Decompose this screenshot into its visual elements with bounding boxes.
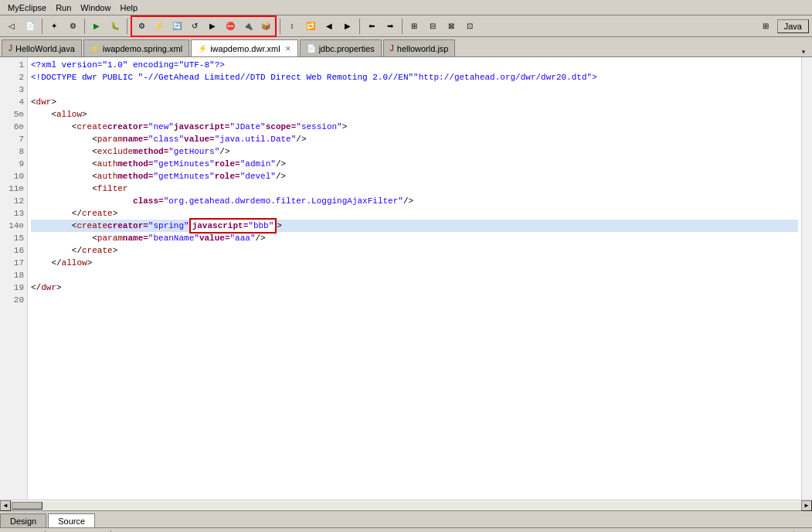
tab-icon-helloworld-jsp: J (390, 44, 394, 53)
toolbar-new-btn[interactable]: ✦ (46, 18, 63, 35)
line-num-12: 12 (3, 195, 24, 207)
toolbar-nav2[interactable]: ➡ (382, 18, 399, 35)
line-num-6: 6⊖ (3, 121, 24, 133)
toolbar-back-btn[interactable]: ◁ (3, 18, 20, 35)
bottom-tab-source[interactable]: Source (48, 513, 95, 527)
toolbar-red-4[interactable]: ↺ (186, 18, 203, 35)
line-num-14: 14⊖ (3, 220, 24, 232)
code-line-5: <allow> (31, 108, 798, 121)
tab-iwapspring[interactable]: ⚡ iwapdemo.spring.xml (83, 39, 189, 56)
line-num-13: 13 (3, 207, 24, 220)
horizontal-scrollbar[interactable]: ◀ ▶ (0, 500, 812, 510)
code-line-1: <?xml version="1.0" encoding="UTF-8"?> (31, 59, 798, 71)
line-num-2: 2 (3, 71, 24, 84)
bottom-tab-design[interactable]: Design (0, 513, 46, 527)
scroll-left-btn[interactable]: ◀ (0, 500, 11, 511)
tab-label-iwapspring: iwapdemo.spring.xml (103, 44, 182, 53)
code-line-17: </allow> (31, 257, 798, 269)
code-line-12: class="org.getahead.dwrdemo.filter.Loggi… (31, 195, 798, 207)
code-line-3 (31, 84, 798, 96)
toolbar-nav1[interactable]: ⬅ (363, 18, 380, 35)
toolbar-btn2[interactable]: ⚙ (64, 18, 81, 35)
editor-content[interactable]: <?xml version="1.0" encoding="UTF-8"?> <… (28, 57, 801, 500)
toolbar-separator-6 (402, 19, 403, 34)
line-num-18: 18 (3, 269, 24, 281)
toolbar-red-6[interactable]: ⛔ (222, 18, 239, 35)
editor-container: 1 2 3 4 5⊖ 6⊖ 7 8 9 10 11⊖ 12 13 14⊖ 15 … (0, 57, 812, 500)
toolbar-red-1[interactable]: ⚙ (133, 18, 150, 35)
scroll-track[interactable] (12, 502, 800, 510)
toolbar-red-7[interactable]: 🔌 (240, 18, 257, 35)
line-num-15: 15 (3, 232, 24, 244)
toolbar-extra2[interactable]: ⊡ (461, 18, 478, 35)
code-line-20 (31, 294, 798, 306)
line-num-17: 17 (3, 257, 24, 269)
tab-iwapdwr[interactable]: ⚡ iwapdemo.dwr.xml ✕ (191, 39, 297, 56)
menu-run[interactable]: Run (51, 2, 76, 14)
toolbar-red-8[interactable]: 📦 (257, 18, 274, 35)
code-line-15: <param name="beanName" value="aaa" /> (31, 232, 798, 244)
toolbar-debug-btn[interactable]: 🐛 (107, 18, 124, 35)
code-line-7: <param name="class" value="java.util.Dat… (31, 133, 798, 145)
menu-help[interactable]: Help (115, 2, 142, 14)
tab-icon-iwapspring: ⚡ (90, 44, 100, 53)
bottom-tab-source-label: Source (58, 517, 85, 526)
code-line-6: <create creator="new" javascript="JDate"… (31, 121, 798, 133)
scroll-right-btn[interactable]: ▶ (801, 500, 812, 511)
toolbar-red-2[interactable]: ⚡ (151, 18, 168, 35)
tab-bar: J HelloWorld.java ⚡ iwapdemo.spring.xml … (0, 37, 812, 57)
toolbar-arrow-btn[interactable]: ↕ (284, 18, 301, 35)
code-line-14: <create creator="spring" javascript="bbb… (31, 220, 798, 232)
toolbar-next-btn[interactable]: ▶ (339, 18, 356, 35)
line-num-4: 4 (3, 96, 24, 108)
toolbar-grid-btn[interactable]: ⊞ (406, 18, 423, 35)
toolbar-prev-btn[interactable]: ◀ (321, 18, 338, 35)
line-num-8: 8 (3, 145, 24, 158)
code-tag-4: dwr (36, 96, 52, 108)
toolbar-extra1[interactable]: ⊠ (443, 18, 460, 35)
vertical-scrollbar[interactable] (801, 57, 812, 500)
code-line-11: <filter (31, 182, 798, 195)
toolbar-expand-btn[interactable]: ⊟ (424, 18, 441, 35)
menu-myeclipse[interactable]: MyEclipse (3, 2, 51, 14)
code-indent-6 (31, 121, 72, 133)
menu-bar: MyEclipse Run Window Help (0, 0, 812, 15)
java-perspective-btn[interactable]: Java (777, 19, 809, 33)
line-num-1: 1 (3, 59, 24, 71)
toolbar-red-3[interactable]: 🔄 (168, 18, 185, 35)
tab-helloworld-jsp[interactable]: J helloworld.jsp (383, 39, 456, 56)
line-numbers: 1 2 3 4 5⊖ 6⊖ 7 8 9 10 11⊖ 12 13 14⊖ 15 … (0, 57, 28, 500)
code-text-2: <!DOCTYPE dwr PUBLIC "-//GetAhead Limite… (31, 71, 413, 84)
code-string-2: "http://getahead.org/dwr/dwr20.dtd" (413, 71, 592, 84)
tab-helloworld[interactable]: J HelloWorld.java (2, 39, 82, 56)
status-bar: Writable Smart Insert 14 : 49 ⊞ ⊟ ⊠ ⊡ @ … (0, 527, 812, 532)
tab-label-iwapdwr: iwapdemo.dwr.xml (210, 44, 280, 53)
tab-jdbc[interactable]: 📄 jdbc.properties (300, 39, 382, 56)
tab-close-iwapdwr[interactable]: ✕ (285, 45, 291, 53)
code-line-18 (31, 269, 798, 281)
toolbar-right: ⊞ Java (757, 18, 809, 35)
toolbar-separator-4 (280, 19, 280, 34)
code-bracket-4: < (31, 96, 36, 108)
code-indent-5 (31, 108, 51, 121)
line-num-19: 19 (3, 281, 24, 294)
toolbar-separator-2 (84, 19, 85, 34)
code-line-4: <dwr> (31, 96, 798, 108)
toolbar-sync-btn[interactable]: 🔁 (302, 18, 319, 35)
toolbar-red-5[interactable]: ▶ (204, 18, 221, 35)
scroll-thumb[interactable] (12, 502, 42, 510)
code-text-1: <?xml version="1.0" encoding="UTF-8"?> (31, 59, 225, 71)
code-line-8: <exclude method="getHours" /> (31, 145, 798, 158)
line-num-16: 16 (3, 244, 24, 257)
code-line-10: <auth method="getMinutes" role="devel" /… (31, 170, 798, 182)
line-num-9: 9 (3, 158, 24, 170)
tab-icon-helloworld: J (8, 44, 12, 53)
menu-window[interactable]: Window (76, 2, 115, 14)
tab-more-btn[interactable]: ▾ (797, 47, 810, 56)
line-num-5: 5⊖ (3, 108, 24, 121)
toolbar-run-btn[interactable]: ▶ (88, 18, 105, 35)
toolbar-perspective-btn[interactable]: ⊞ (757, 18, 774, 35)
code-bracket-5: < (51, 108, 56, 121)
toolbar-file-btn[interactable]: 📄 (22, 18, 39, 35)
code-text-2b: > (592, 71, 597, 84)
